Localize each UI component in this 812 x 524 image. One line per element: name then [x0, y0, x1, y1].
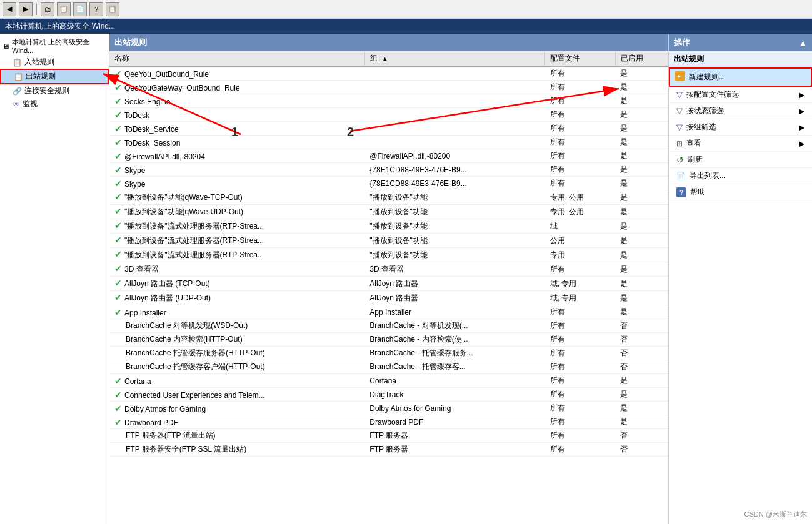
rule-enabled-cell: 是	[615, 81, 668, 94]
monitor-icon: 👁	[13, 100, 20, 109]
refresh-label: 刷新	[688, 154, 703, 165]
table-row[interactable]: ✔Skype{78E1CD88-49E3-476E-B9...所有是	[109, 177, 668, 190]
sidebar-item-outbound[interactable]: 📋 出站规则	[0, 69, 109, 84]
table-row[interactable]: ✔Connected User Experiences and Telem...…	[109, 388, 668, 402]
rule-enabled-cell: 是	[615, 108, 668, 122]
rule-enabled-cell: 是	[615, 291, 668, 305]
rule-group-cell: {78E1CD88-49E3-476E-B9...	[364, 177, 544, 190]
col-group[interactable]: 组 ▲	[364, 51, 544, 66]
table-row[interactable]: ✔ToDesk_Session所有是	[109, 136, 668, 149]
rule-name-cell: ✔"播放到设备"功能(qWave-TCP-Out)	[109, 190, 364, 205]
rule-enabled-cell: 是	[615, 163, 668, 177]
rule-group-cell: Cortana	[364, 374, 544, 388]
check-icon: ✔	[114, 403, 122, 413]
rule-name-cell: FTP 服务器安全(FTP SSL 流量出站)	[109, 443, 364, 457]
filter-profile-icon: ▽	[676, 90, 683, 99]
table-row[interactable]: FTP 服务器(FTP 流量出站)FTP 服务器所有否	[109, 429, 668, 443]
refresh-item[interactable]: ↺ 刷新	[669, 152, 812, 168]
rule-group-cell: App Installer	[364, 305, 544, 319]
check-icon: ✔	[114, 82, 122, 92]
table-row[interactable]: ✔Skype{78E1CD88-49E3-476E-B9...所有是	[109, 163, 668, 177]
sidebar-item-monitor[interactable]: 👁 监视	[0, 97, 109, 111]
actions-header: 操作 ▲	[669, 34, 812, 51]
folder-button[interactable]: 🗂	[41, 2, 54, 16]
rule-group-cell	[364, 66, 544, 81]
rule-name-cell: ✔ToDesk	[109, 108, 364, 122]
rules-table-container[interactable]: 名称 组 ▲ 配置文件 已启用 ✔QeeYou_OutBound_Rule所有是…	[109, 51, 668, 524]
table-row[interactable]: ✔"播放到设备"功能(qWave-TCP-Out)"播放到设备"功能专用, 公用…	[109, 190, 668, 205]
sidebar-item-connection-label: 连接安全规则	[24, 86, 69, 96]
rule-profile-cell: 所有	[545, 443, 615, 457]
check-icon: ✔	[114, 206, 122, 216]
rule-name-cell: ✔Dolby Atmos for Gaming	[109, 402, 364, 415]
table-row[interactable]: ✔CortanaCortana所有是	[109, 374, 668, 388]
back-button[interactable]: ◀	[3, 2, 16, 16]
sidebar-item-root[interactable]: 🖥 本地计算机 上的高级安全 Wind...	[0, 36, 109, 56]
doc-button[interactable]: 📄	[73, 2, 87, 16]
table-row[interactable]: ✔Drawboard PDFDrawboard PDF所有是	[109, 415, 668, 429]
rule-profile-cell: 所有	[545, 177, 615, 190]
table-row[interactable]: ✔Socks Engine所有是	[109, 94, 668, 108]
table-row[interactable]: ✔QeeYouGateWay_OutBound_Rule所有是	[109, 81, 668, 94]
table-row[interactable]: ✔"播放到设备"流式处理服务器(RTP-Strea..."播放到设备"功能公用是	[109, 234, 668, 248]
table-row[interactable]: BranchCache 托管缓存客户端(HTTP-Out)BranchCache…	[109, 360, 668, 374]
filter-by-state-item[interactable]: ▽ 按状态筛选 ▶	[669, 103, 812, 119]
rule-name-cell: ✔AllJoyn 路由器 (UDP-Out)	[109, 291, 364, 305]
rule-name-cell: ✔@FirewallAPI.dll,-80204	[109, 149, 364, 163]
rule-name-cell: BranchCache 内容检索(HTTP-Out)	[109, 333, 364, 347]
center-panel-title: 出站规则	[114, 37, 147, 48]
help-action-icon: ?	[676, 187, 686, 197]
table-row[interactable]: ✔"播放到设备"流式处理服务器(RTP-Strea..."播放到设备"功能专用是	[109, 248, 668, 262]
view-label: 查看	[686, 138, 701, 149]
arrow-right-icon: ▶	[799, 91, 804, 99]
table-row[interactable]: ✔App InstallerApp Installer所有是	[109, 305, 668, 319]
view-item[interactable]: ⊞ 查看 ▶	[669, 136, 812, 152]
help-action-item[interactable]: ? 帮助	[669, 184, 812, 200]
rule-group-cell: BranchCache - 托管缓存服务...	[364, 347, 544, 360]
col-enabled[interactable]: 已启用	[615, 51, 668, 66]
filter-by-group-item[interactable]: ▽ 按组筛选 ▶	[669, 119, 812, 136]
table-row[interactable]: ✔3D 查看器3D 查看器所有是	[109, 262, 668, 277]
new-rule-item[interactable]: ✦ 新建规则...	[669, 67, 812, 87]
table-row[interactable]: ✔AllJoyn 路由器 (TCP-Out)AllJoyn 路由器域, 专用是	[109, 277, 668, 291]
forward-button[interactable]: ▶	[19, 2, 33, 16]
rule-profile-cell: 所有	[545, 319, 615, 333]
sidebar-item-inbound[interactable]: 📋 入站规则	[0, 56, 109, 69]
copy-button[interactable]: 📋	[106, 2, 119, 16]
table-row[interactable]: BranchCache 内容检索(HTTP-Out)BranchCache - …	[109, 333, 668, 347]
table-row[interactable]: ✔"播放到设备"功能(qWave-UDP-Out)"播放到设备"功能专用, 公用…	[109, 205, 668, 219]
table-row[interactable]: ✔ToDesk_Service所有是	[109, 122, 668, 136]
rule-enabled-cell: 否	[615, 360, 668, 374]
rule-group-cell	[364, 81, 544, 94]
filter-by-profile-item[interactable]: ▽ 按配置文件筛选 ▶	[669, 87, 812, 103]
table-row[interactable]: ✔@FirewallAPI.dll,-80204@FirewallAPI.dll…	[109, 149, 668, 163]
refresh-icon: ↺	[676, 155, 684, 165]
rule-group-cell: FTP 服务器	[364, 443, 544, 457]
col-profile[interactable]: 配置文件	[545, 51, 615, 66]
col-name[interactable]: 名称	[109, 51, 364, 66]
help-button[interactable]: ?	[89, 2, 103, 16]
rule-profile-cell: 公用	[545, 234, 615, 248]
table-row[interactable]: FTP 服务器安全(FTP SSL 流量出站)FTP 服务器所有否	[109, 443, 668, 457]
table-row[interactable]: ✔AllJoyn 路由器 (UDP-Out)AllJoyn 路由器域, 专用是	[109, 291, 668, 305]
table-row[interactable]: BranchCache 托管缓存服务器(HTTP-Out)BranchCache…	[109, 347, 668, 360]
table-row[interactable]: ✔Dolby Atmos for GamingDolby Atmos for G…	[109, 402, 668, 415]
table-row[interactable]: ✔ToDesk所有是	[109, 108, 668, 122]
check-icon: ✔	[114, 69, 122, 79]
rule-enabled-cell: 是	[615, 219, 668, 234]
sidebar-item-outbound-label: 出站规则	[26, 71, 56, 82]
rule-enabled-cell: 是	[615, 136, 668, 149]
watermark: CSDN @米斯兰迪尔	[744, 510, 807, 519]
collapse-icon[interactable]: ▲	[799, 38, 807, 47]
clipboard-button[interactable]: 📋	[57, 2, 71, 16]
rule-profile-cell: 所有	[545, 347, 615, 360]
rule-enabled-cell: 否	[615, 333, 668, 347]
filter-state-icon: ▽	[676, 106, 683, 116]
export-item[interactable]: 📄 导出列表...	[669, 168, 812, 184]
table-row[interactable]: BranchCache 对等机发现(WSD-Out)BranchCache - …	[109, 319, 668, 333]
rule-enabled-cell: 是	[615, 305, 668, 319]
rule-group-cell: DiagTrack	[364, 388, 544, 402]
table-row[interactable]: ✔"播放到设备"流式处理服务器(RTP-Strea..."播放到设备"功能域是	[109, 219, 668, 234]
table-row[interactable]: ✔QeeYou_OutBound_Rule所有是	[109, 66, 668, 81]
sidebar-item-connection[interactable]: 🔗 连接安全规则	[0, 84, 109, 97]
